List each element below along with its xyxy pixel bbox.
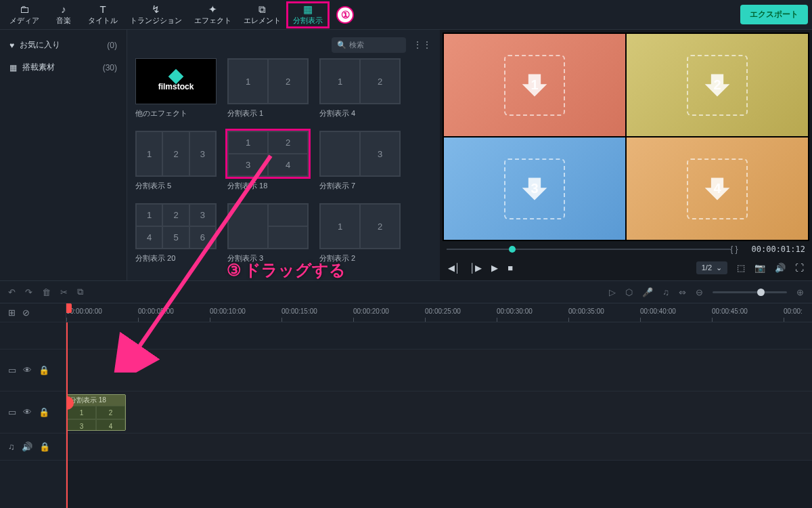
preset-split-2[interactable]: 12 分割表示 2 <box>319 203 401 263</box>
track-header-audio[interactable]: ♫🔊🔒 <box>0 433 66 461</box>
tab-splitscreen[interactable]: ▦分割表示 <box>288 3 328 27</box>
preset-split-4[interactable]: 12 分割表示 4 <box>319 58 401 119</box>
heart-icon: ♥ <box>9 41 14 50</box>
search-icon: 🔍 <box>337 41 346 49</box>
scrub-head[interactable] <box>509 246 516 253</box>
quality-icon[interactable]: ⬚ <box>737 263 745 273</box>
eye-icon[interactable]: 👁 <box>23 365 32 375</box>
preset-filmstock[interactable]: filmstock 他のエフェクト <box>135 58 217 119</box>
marker-icon[interactable]: ⬡ <box>625 287 633 297</box>
ruler-tick: 00:00:10:00 <box>210 308 246 315</box>
track-header-video1[interactable]: ▭👁🔒 <box>0 350 66 391</box>
tab-title[interactable]: Tタイトル <box>83 3 123 27</box>
trash-icon[interactable]: 🗑 <box>42 287 51 297</box>
timeline-tracks[interactable]: 00:00:00:00 00:00:05:00 00:00:10:00 00:0… <box>66 303 812 508</box>
timeline: ⊞ ⊘ ▭👁🔒 ▭👁🔒 ♫🔊🔒 00:00:00:00 00:00:05:00 … <box>0 303 812 508</box>
preset-caption: 他のエフェクト <box>135 108 217 119</box>
zoom-out-icon[interactable]: ⊖ <box>696 287 703 297</box>
preview-pane-4[interactable]: 4 <box>627 137 808 240</box>
annotation-badge-1: ① <box>336 6 354 24</box>
playhead[interactable] <box>66 322 68 508</box>
lock-icon[interactable]: 🔒 <box>39 407 49 417</box>
preset-split-20[interactable]: 123456 分割表示 20 <box>135 203 217 263</box>
timeline-ruler[interactable]: 00:00:00:00 00:00:05:00 00:00:10:00 00:0… <box>66 303 812 322</box>
sparkle-icon: ✦ <box>208 4 217 14</box>
zoom-slider[interactable] <box>713 291 787 293</box>
text-icon: T <box>99 4 106 14</box>
zoom-select[interactable]: 1/2⌄ <box>696 261 727 274</box>
preview-pane-2[interactable]: 2 <box>627 34 808 136</box>
film-icon: ▭ <box>8 365 16 375</box>
undo-icon[interactable]: ↶ <box>8 287 16 297</box>
play-icon[interactable]: ▶ <box>491 263 498 273</box>
ruler-tick: 00:00:25:00 <box>425 308 461 315</box>
preset-split-5[interactable]: 123 分割表示 5 <box>135 131 217 191</box>
zoom-in-icon[interactable]: ⊕ <box>796 287 804 297</box>
lock-icon[interactable]: 🔒 <box>39 442 50 452</box>
music-note-icon: ♫ <box>8 442 15 452</box>
timeline-toolbar: ↶ ↷ 🗑 ✂ ⧉ ▷ ⬡ 🎤 ♫ ⇔ ⊖ ⊕ <box>0 280 812 303</box>
timeline-clip-split18[interactable]: 分割表示 18 1 2 3 4 <box>66 394 126 431</box>
preview-scrubber[interactable]: { } 00:00:01:12 <box>440 244 812 255</box>
add-track-icon[interactable]: ⊞ <box>8 308 16 318</box>
fullscreen-icon[interactable]: ⛶ <box>795 263 804 273</box>
track-header-video2[interactable]: ▭👁🔒 <box>0 391 66 433</box>
tab-label: エレメント <box>244 16 281 26</box>
sidebar-item-label: お気に入り <box>20 39 60 51</box>
transition-icon: ↯ <box>152 4 160 14</box>
track-video2[interactable]: 分割表示 18 1 2 3 4 <box>66 391 812 433</box>
view-grid-icon[interactable]: ⋮⋮ <box>413 39 432 50</box>
mic-icon[interactable]: 🎤 <box>642 287 653 297</box>
stop-icon[interactable]: ■ <box>508 263 513 273</box>
tc-brackets: { } <box>730 245 738 254</box>
grid-icon: ▦ <box>9 63 17 72</box>
preset-split-1[interactable]: 12 分割表示 1 <box>227 58 309 119</box>
cut-icon[interactable]: ✂ <box>60 287 68 297</box>
preset-split-18[interactable]: 1234 分割表示 18 <box>227 131 309 191</box>
ruler-tick: 00:00:45:00 <box>712 308 748 315</box>
preset-split-3[interactable]: 分割表示 3 <box>227 203 309 263</box>
track-video1[interactable] <box>66 350 812 391</box>
preset-browser: 🔍検索 ⋮⋮ filmstock 他のエフェクト 12 分割表示 1 12 分割… <box>127 30 440 280</box>
preview-pane-3[interactable]: 3 <box>444 137 625 240</box>
track-audio[interactable] <box>66 433 812 461</box>
tab-media[interactable]: 🗀メディア <box>4 3 45 27</box>
preset-caption: 分割表示 18 <box>227 181 309 191</box>
volume-icon[interactable]: 🔊 <box>775 263 786 273</box>
tab-music[interactable]: ♪音楽 <box>46 3 81 27</box>
top-nav: 🗀メディア ♪音楽 Tタイトル ↯トランジション ✦エフェクト ⧉エレメント ▦… <box>0 0 812 30</box>
tab-element[interactable]: ⧉エレメント <box>238 3 286 27</box>
audio-mixer-icon[interactable]: ♫ <box>662 287 669 297</box>
export-button[interactable]: エクスポート <box>740 5 808 24</box>
timeline-track-headers: ⊞ ⊘ ▭👁🔒 ▭👁🔒 ♫🔊🔒 <box>0 303 66 508</box>
play-range-icon[interactable]: ▷ <box>609 287 616 297</box>
prev-frame-icon[interactable]: ◀│ <box>448 263 460 273</box>
tab-effect[interactable]: ✦エフェクト <box>189 3 237 27</box>
ruler-tick: 00:00:30:00 <box>497 308 533 315</box>
sidebar-item-builtin[interactable]: ▦搭載素材 (30) <box>0 56 127 79</box>
crop-icon[interactable]: ⧉ <box>77 287 83 297</box>
search-input[interactable]: 🔍検索 <box>332 37 406 53</box>
filmstock-logo <box>171 71 181 82</box>
unlink-icon[interactable]: ⊘ <box>22 308 30 318</box>
fit-icon[interactable]: ⇔ <box>679 287 686 297</box>
tab-transition[interactable]: ↯トランジション <box>125 3 187 27</box>
preview-canvas[interactable]: 1 2 3 4 <box>443 33 809 241</box>
preset-grid: filmstock 他のエフェクト 12 分割表示 1 12 分割表示 4 12… <box>135 58 432 263</box>
tab-label: 音楽 <box>56 16 71 26</box>
sidebar-item-favorites[interactable]: ♥お気に入り (0) <box>0 34 127 56</box>
redo-icon[interactable]: ↷ <box>25 287 32 297</box>
zoom-knob[interactable] <box>757 289 765 296</box>
snapshot-icon[interactable]: 📷 <box>754 263 765 273</box>
next-frame-icon[interactable]: │▶ <box>470 263 482 273</box>
speaker-icon[interactable]: 🔊 <box>22 442 32 452</box>
lock-icon[interactable]: 🔒 <box>39 365 49 375</box>
tab-label: トランジション <box>130 16 182 26</box>
preview-pane-1[interactable]: 1 <box>444 34 625 136</box>
preview-controls: ◀│ │▶ ▶ ■ 1/2⌄ ⬚ 📷 🔊 ⛶ <box>440 255 812 280</box>
eye-icon[interactable]: 👁 <box>23 407 32 417</box>
chevron-down-icon: ⌄ <box>716 263 722 272</box>
music-icon: ♪ <box>61 4 66 14</box>
upper-panel: ♥お気に入り (0) ▦搭載素材 (30) 🔍検索 ⋮⋮ filmstock 他… <box>0 30 812 280</box>
preset-split-7[interactable]: 3 分割表示 7 <box>319 131 401 191</box>
